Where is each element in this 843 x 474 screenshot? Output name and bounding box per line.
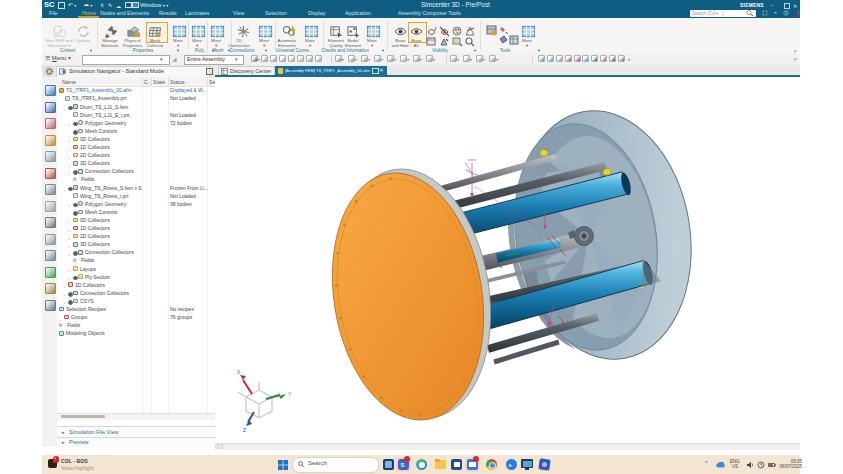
svg-text:X: X (237, 369, 241, 375)
svg-text:Y: Y (288, 391, 292, 397)
svg-text:Z: Z (243, 427, 246, 433)
